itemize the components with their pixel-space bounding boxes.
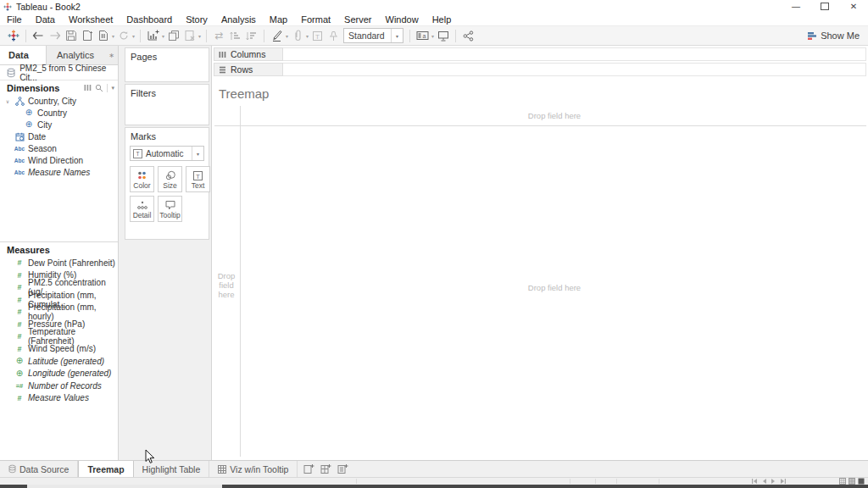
search-icon[interactable] [95, 84, 103, 92]
new-worksheet-tab-button[interactable] [303, 463, 315, 475]
drop-zone-left[interactable]: Drop field here [214, 271, 239, 299]
measure-field-number-of-records[interactable]: =#Number of Records [0, 380, 118, 392]
menu-analysis[interactable]: Analysis [214, 14, 263, 25]
taskbar-strip-light-segment [27, 485, 222, 488]
new-worksheet-button[interactable] [145, 27, 161, 44]
menu-map[interactable]: Map [263, 14, 294, 25]
presentation-mode-button[interactable] [435, 27, 451, 44]
dimension-field-city[interactable]: ⊕ City [0, 119, 118, 130]
fit-mode-select[interactable]: Standard ▾ [343, 28, 403, 43]
expand-chevron-icon[interactable]: ∨ [4, 98, 11, 104]
dimensions-menu-caret-icon[interactable]: ▾ [111, 85, 114, 92]
tab-sheet-viz-in-tooltip[interactable]: Viz w/in Tooltip [209, 461, 298, 477]
filters-shelf[interactable]: Filters [125, 84, 209, 125]
minimize-button[interactable]: — [782, 0, 810, 13]
dimension-field-country-city[interactable]: ∨ Country, City [0, 95, 118, 107]
new-story-tab-button[interactable] [337, 463, 349, 475]
columns-shelf[interactable]: Columns [214, 47, 866, 61]
new-data-source-button[interactable] [79, 27, 95, 44]
share-button[interactable] [460, 27, 476, 44]
drop-zone-top[interactable]: Drop field here [241, 111, 868, 120]
measure-field-precip-hourly[interactable]: #Precipitation (mm, hourly) [0, 306, 118, 319]
menu-format[interactable]: Format [294, 14, 337, 25]
run-update-button[interactable] [115, 27, 131, 44]
color-button[interactable]: Color [130, 166, 154, 192]
tab-data-source[interactable]: Data Source [0, 461, 78, 477]
clear-sheet-button[interactable] [181, 27, 198, 44]
menu-data[interactable]: Data [29, 14, 62, 25]
first-sheet-icon[interactable] [751, 478, 758, 485]
measure-field-latitude[interactable]: ⊕Latitude (generated) [0, 355, 118, 368]
dimension-field-country[interactable]: ⊕ Country [0, 107, 118, 119]
show-me-button[interactable]: Show Me [807, 30, 863, 41]
sort-ascending-button[interactable] [227, 27, 243, 44]
group-members-button[interactable] [289, 27, 305, 44]
pane-pin-icon[interactable]: ∗ [105, 46, 118, 64]
group-members-caret-icon[interactable]: ▾ [306, 33, 309, 39]
undo-button[interactable] [31, 27, 47, 44]
clear-sheet-caret-icon[interactable]: ▾ [198, 33, 201, 39]
run-update-caret-icon[interactable]: ▾ [132, 33, 135, 39]
filmstrip-view-icon[interactable] [849, 478, 855, 485]
maximize-button[interactable] [810, 0, 839, 13]
menu-help[interactable]: Help [426, 14, 459, 25]
number-icon: # [14, 332, 25, 341]
menu-file[interactable]: File [0, 14, 29, 25]
mark-type-select[interactable]: T Automatic ▾ [130, 146, 204, 161]
sheet-title[interactable]: Treemap [219, 86, 269, 101]
dimension-field-measure-names[interactable]: Abc Measure Names [0, 166, 118, 178]
measure-field-longitude[interactable]: ⊕Longitude (generated) [0, 368, 118, 380]
measure-field-wind-speed[interactable]: #Wind Speed (m/s) [0, 343, 118, 356]
show-hide-cards-button[interactable]: a [415, 27, 431, 44]
text-icon: T [192, 170, 203, 181]
next-sheet-icon[interactable] [771, 478, 776, 485]
pause-auto-updates-caret-icon[interactable]: ▾ [112, 33, 114, 39]
data-source-item[interactable]: PM2_5 from 5 Chinese Cit... [0, 65, 118, 80]
size-button[interactable]: Size [158, 166, 182, 192]
new-dashboard-tab-button[interactable] [320, 463, 332, 475]
fix-axes-button[interactable] [326, 27, 342, 44]
close-button[interactable]: ✕ [839, 0, 868, 13]
menu-window[interactable]: Window [379, 14, 426, 25]
menu-server[interactable]: Server [337, 14, 378, 25]
show-hide-cards-caret-icon[interactable]: ▾ [431, 33, 434, 39]
sort-descending-button[interactable] [243, 27, 259, 44]
dimension-field-wind-direction[interactable]: Abc Wind Direction [0, 154, 118, 166]
save-icon[interactable] [63, 27, 79, 44]
menu-dashboard[interactable]: Dashboard [120, 14, 179, 25]
rows-shelf[interactable]: Rows [214, 63, 866, 76]
tab-data[interactable]: Data [0, 46, 46, 64]
tab-analytics[interactable]: Analytics [46, 46, 105, 64]
measure-field-measure-values[interactable]: #Measure Values [0, 392, 118, 405]
menu-story[interactable]: Story [179, 14, 214, 25]
dimension-field-season[interactable]: Abc Season [0, 142, 118, 154]
tab-sheet-treemap[interactable]: Treemap [78, 461, 133, 477]
rows-drop-area[interactable] [283, 63, 866, 76]
last-sheet-icon[interactable] [780, 478, 787, 485]
menu-worksheet[interactable]: Worksheet [62, 14, 120, 25]
pause-auto-updates-button[interactable] [95, 27, 111, 44]
single-sheet-view-icon[interactable] [858, 478, 865, 485]
status-separator [570, 479, 570, 484]
drop-zone-center[interactable]: Drop field here [241, 283, 868, 292]
columns-drop-area[interactable] [283, 47, 866, 61]
highlight-caret-icon[interactable]: ▾ [286, 33, 288, 39]
sheet-sorter-view-icon[interactable] [839, 478, 846, 485]
highlight-button[interactable] [269, 27, 285, 44]
previous-sheet-icon[interactable] [761, 478, 767, 485]
measure-field-dew-point[interactable]: #Dew Point (Fahrenheit) [0, 257, 118, 269]
worksheet-grid-icon [218, 465, 226, 474]
measure-field-temperature[interactable]: #Temperature (Fahrenheit) [0, 330, 118, 343]
pages-shelf[interactable]: Pages [125, 47, 209, 82]
text-button[interactable]: T Text [186, 166, 210, 192]
view-columns-icon[interactable] [84, 84, 92, 92]
swap-rows-columns-button[interactable]: ⇄ [211, 27, 227, 44]
dimension-field-date[interactable]: Date [0, 130, 118, 142]
show-mark-labels-button[interactable]: T [309, 27, 326, 44]
tooltip-button[interactable]: Tooltip [158, 196, 182, 222]
new-worksheet-caret-icon[interactable]: ▾ [162, 33, 164, 39]
detail-button[interactable]: Detail [130, 196, 154, 222]
tableau-logo-button[interactable] [5, 27, 21, 44]
duplicate-sheet-button[interactable] [165, 27, 181, 44]
redo-button[interactable] [47, 27, 63, 44]
